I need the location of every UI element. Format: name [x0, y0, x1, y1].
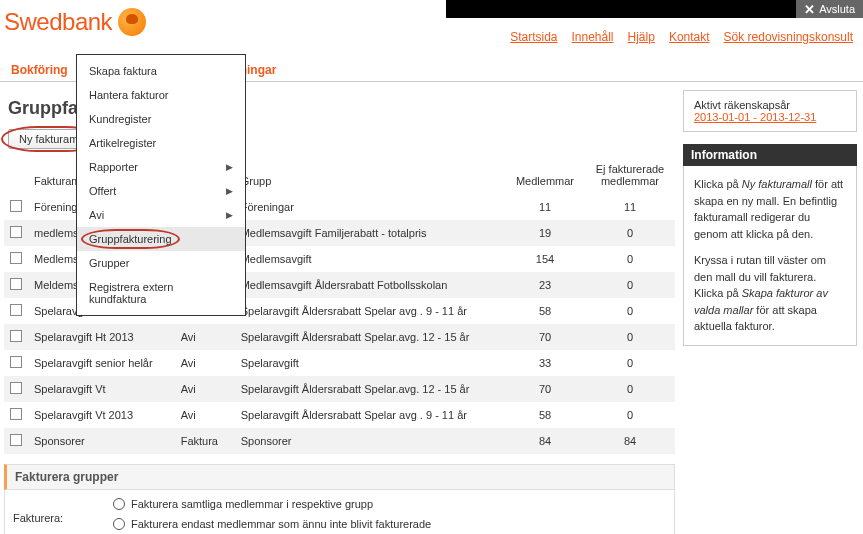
ny-fakturamall-label: Ny fakturama [19, 133, 84, 145]
toplink-innehall[interactable]: Innehåll [571, 30, 613, 44]
chevron-right-icon: ▶ [226, 210, 233, 220]
cell-med: 70 [505, 324, 585, 350]
cell-ej: 0 [585, 298, 675, 324]
cell-mall: Spelaravgift Vt [28, 376, 175, 402]
dropdown-item-label: Registrera extern kundfaktura [89, 281, 233, 305]
brand-text: Swedbank [4, 8, 112, 36]
cell-med: 23 [505, 272, 585, 298]
dropdown-item-skapa-faktura[interactable]: Skapa faktura [77, 59, 245, 83]
cell-med: 70 [505, 376, 585, 402]
row-checkbox[interactable] [10, 226, 22, 238]
cell-grupp: Medlemsavgift [235, 246, 505, 272]
cell-med: 11 [505, 194, 585, 221]
fiscal-year-box: Aktivt räkenskapsår 2013-01-01 - 2013-12… [683, 90, 857, 132]
dropdown-item-kundregister[interactable]: Kundregister [77, 107, 245, 131]
cell-mall: Spelaravgift Ht 2013 [28, 324, 175, 350]
dropdown-item-label: Rapporter [89, 161, 138, 173]
dropdown-item-gruppfakturering[interactable]: Gruppfakturering [77, 227, 245, 251]
row-checkbox[interactable] [10, 304, 22, 316]
sidebar: Aktivt räkenskapsår 2013-01-01 - 2013-12… [683, 82, 863, 346]
info-text: Klicka på [694, 178, 742, 190]
dropdown-item-offert[interactable]: Offert▶ [77, 179, 245, 203]
table-row[interactable]: Spelaravgift Ht 2013AviSpelaravgift Ålde… [4, 324, 675, 350]
fiscal-year-link[interactable]: 2013-01-01 - 2013-12-31 [694, 111, 816, 123]
row-checkbox[interactable] [10, 278, 22, 290]
cell-mall: Sponsorer [28, 428, 175, 454]
fiscal-year-label: Aktivt räkenskapsår [694, 99, 846, 111]
toplink-sok[interactable]: Sök redovisningskonsult [724, 30, 853, 44]
cell-mall: Spelaravgift Vt 2013 [28, 402, 175, 428]
black-bar [446, 0, 796, 18]
cell-grupp: Medlemsavgift Åldersrabatt Fotbollsskola… [235, 272, 505, 298]
dropdown-item-label: Skapa faktura [89, 65, 157, 77]
cell-ej: 0 [585, 350, 675, 376]
info-body: Klicka på Ny fakturamall för att skapa e… [683, 166, 857, 346]
row-checkbox[interactable] [10, 382, 22, 394]
row-checkbox[interactable] [10, 200, 22, 212]
row-checkbox[interactable] [10, 434, 22, 446]
dropdown-item-avi[interactable]: Avi▶ [77, 203, 245, 227]
cell-ej: 11 [585, 194, 675, 221]
cell-grupp: Spelaravgift Åldersrabatt Spelar avg . 9… [235, 298, 505, 324]
cell-typ: Avi [175, 376, 235, 402]
col-ej[interactable]: Ej fakturerade medlemmar [585, 157, 675, 194]
dropdown-item-hantera-fakturor[interactable]: Hantera fakturor [77, 83, 245, 107]
cell-ej: 0 [585, 272, 675, 298]
info-head: Information [683, 144, 857, 166]
row-checkbox[interactable] [10, 330, 22, 342]
topbar-right: ✕ Avsluta [446, 0, 863, 18]
dropdown-item-artikelregister[interactable]: Artikelregister [77, 131, 245, 155]
cell-med: 33 [505, 350, 585, 376]
cell-typ: Avi [175, 324, 235, 350]
radio-opt-all[interactable]: Fakturera samtliga medlemmar i respektiv… [113, 498, 431, 510]
header: Swedbank ✕ Avsluta Startsida Innehåll Hj… [0, 0, 863, 50]
radio-icon [113, 518, 125, 530]
row-checkbox[interactable] [10, 356, 22, 368]
table-row[interactable]: Spelaravgift VtAviSpelaravgift Åldersrab… [4, 376, 675, 402]
chevron-right-icon: ▶ [226, 162, 233, 172]
cell-ej: 0 [585, 376, 675, 402]
cell-ej: 0 [585, 402, 675, 428]
cell-med: 84 [505, 428, 585, 454]
panel-body: Fakturera: Fakturera samtliga medlemmar … [4, 490, 675, 534]
dropdown-item-rapporter[interactable]: Rapporter▶ [77, 155, 245, 179]
cell-grupp: Spelaravgift Åldersrabatt Spelar.avg. 12… [235, 376, 505, 402]
table-row[interactable]: Spelaravgift senior helårAviSpelaravgift… [4, 350, 675, 376]
cell-grupp: Spelaravgift Åldersrabatt Spelar.avg. 12… [235, 324, 505, 350]
logo-icon [118, 8, 146, 36]
toplink-kontakt[interactable]: Kontakt [669, 30, 710, 44]
cell-typ: Faktura [175, 428, 235, 454]
row-checkbox[interactable] [10, 252, 22, 264]
radio-opt-unbilled-label: Fakturera endast medlemmar som ännu inte… [131, 518, 431, 530]
cell-grupp: Föreningar [235, 194, 505, 221]
table-row[interactable]: Spelaravgift Vt 2013AviSpelaravgift Ålde… [4, 402, 675, 428]
main-area: Skapa fakturaHantera fakturorKundregiste… [0, 82, 683, 534]
radio-opt-all-label: Fakturera samtliga medlemmar i respektiv… [131, 498, 373, 510]
radio-opt-unbilled[interactable]: Fakturera endast medlemmar som ännu inte… [113, 518, 431, 530]
dropdown-item-registrera-extern-kundfaktura[interactable]: Registrera extern kundfaktura [77, 275, 245, 311]
cell-typ: Avi [175, 402, 235, 428]
dropdown-item-label: Kundregister [89, 113, 151, 125]
col-medlemmar[interactable]: Medlemmar [505, 157, 585, 194]
dropdown-item-label: Hantera fakturor [89, 89, 168, 101]
cell-ej: 0 [585, 324, 675, 350]
dropdown-item-grupper[interactable]: Grupper [77, 251, 245, 275]
cell-grupp: Medlemsavgift Familjerabatt - totalpris [235, 220, 505, 246]
dropdown-item-label: Avi [89, 209, 104, 221]
dropdown-item-label: Grupper [89, 257, 129, 269]
logout-button[interactable]: ✕ Avsluta [796, 0, 863, 18]
dropdown-item-label: Artikelregister [89, 137, 156, 149]
table-row[interactable]: SponsorerFakturaSponsorer8484 [4, 428, 675, 454]
row-checkbox[interactable] [10, 408, 22, 420]
logout-label: Avsluta [819, 3, 855, 15]
col-grupp[interactable]: Grupp [235, 157, 505, 194]
top-links: Startsida Innehåll Hjälp Kontakt Sök red… [510, 30, 853, 44]
toplink-hjalp[interactable]: Hjälp [628, 30, 655, 44]
radio-icon [113, 498, 125, 510]
cell-ej: 0 [585, 220, 675, 246]
dropdown-item-label: Offert [89, 185, 116, 197]
cell-ej: 84 [585, 428, 675, 454]
toplink-startsida[interactable]: Startsida [510, 30, 557, 44]
cell-ej: 0 [585, 246, 675, 272]
tab-bokforing[interactable]: Bokföring [0, 58, 79, 81]
